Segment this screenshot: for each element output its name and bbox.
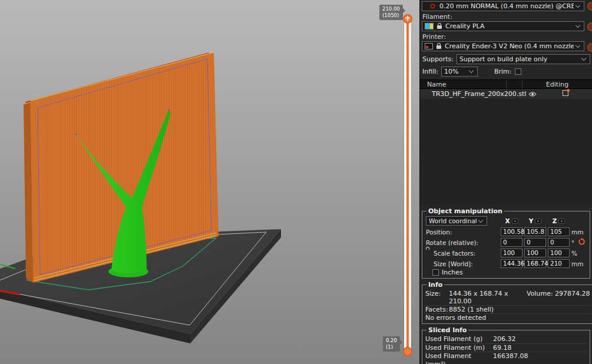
inches-label: Inches <box>442 269 463 276</box>
editing-column-header[interactable]: Editing <box>522 81 592 88</box>
infill-value: 10% <box>444 68 467 75</box>
used-filament-mm3-label: Used Filament (mm³) <box>425 352 493 364</box>
info-volume-value: 297874.28 <box>555 290 590 305</box>
rotate-z-field[interactable]: 0 <box>548 238 570 247</box>
used-filament-m-label: Used Filament (m) <box>425 344 493 352</box>
object-list-empty-area[interactable] <box>420 99 592 205</box>
filament-label: Filament: <box>422 13 592 21</box>
axis-z-lock-icon[interactable] <box>558 219 565 224</box>
supports-label: Supports: <box>422 55 454 63</box>
size-label: Size [World]: <box>426 260 499 267</box>
size-y-field[interactable]: 168.74 <box>524 259 546 268</box>
printer-icon <box>425 43 433 49</box>
object-list-header: Name Editing <box>420 80 592 89</box>
settings-panel: 0.20 mm NORMAL (0.4 mm nozzle) @CREALITY… <box>419 0 592 364</box>
scale-y-field[interactable]: 100 <box>524 249 546 257</box>
lock-icon <box>437 25 442 29</box>
layer-bottom-value: 0.20 <box>386 337 397 344</box>
print-settings-dropdown[interactable]: 0.20 mm NORMAL (0.4 mm nozzle) @CREALITY… <box>422 1 584 11</box>
filament-value: Creality PLA <box>445 22 574 30</box>
print-profile-value: 0.20 mm NORMAL (0.4 mm nozzle) @CREALITY… <box>439 2 574 10</box>
info-title: Info <box>426 281 444 289</box>
name-column-header[interactable]: Name <box>420 81 506 88</box>
layer-slider-bottom-tooltip: 0.20 (1) <box>383 336 400 352</box>
coordinates-value: World coordinates <box>429 217 477 224</box>
object-name: TR3D_HF_Frame_200x200.stl <box>420 90 526 98</box>
chevron-down-icon <box>576 43 580 48</box>
layer-slider-top-handle[interactable]: + <box>403 14 412 24</box>
printer-value: Creality Ender-3 V2 Neo (0.4 mm nozzle) <box>445 42 574 50</box>
info-group: Info Size: 144.36 x 168.74 x 210.00 Volu… <box>422 281 592 324</box>
size-x-field[interactable]: 144.36 <box>501 259 522 268</box>
supports-dropdown[interactable]: Support on build plate only <box>457 54 590 64</box>
edit-object-icon[interactable] <box>539 90 592 98</box>
chevron-down-icon <box>576 3 580 8</box>
uniform-scale-lock-icon[interactable] <box>424 249 429 256</box>
chevron-down-icon <box>469 68 474 73</box>
object-list-row[interactable]: TR3D_HF_Frame_200x200.stl <box>420 89 592 99</box>
inches-checkbox[interactable] <box>432 269 439 276</box>
scene-canvas <box>0 0 419 364</box>
position-x-field[interactable]: 100.58 <box>501 227 522 236</box>
position-unit: mm <box>571 229 587 236</box>
eye-icon[interactable] <box>526 89 539 99</box>
sliced-info-group: Sliced Info Used Filament (g) 206.32 Use… <box>422 326 590 364</box>
chevron-down-icon <box>576 23 580 28</box>
axis-x-lock-icon[interactable] <box>512 219 518 224</box>
printer-label: Printer: <box>422 33 592 41</box>
visibility-column-header <box>506 80 522 88</box>
used-filament-mm3-value: 166387.08 <box>493 352 528 364</box>
axis-y-lock-icon[interactable] <box>535 219 541 224</box>
rotate-label: Rotate (relative): <box>426 239 499 246</box>
rotate-x-field[interactable]: 0 <box>501 238 522 247</box>
position-z-field[interactable]: 105 <box>548 227 570 236</box>
axis-z-label: Z <box>553 217 557 224</box>
info-errors: No errors detected <box>425 314 486 322</box>
size-unit: mm <box>571 260 587 267</box>
layer-bottom-index: (1) <box>386 344 397 350</box>
layer-top-index: (1050) <box>382 12 400 19</box>
size-z-field[interactable]: 210 <box>548 259 570 268</box>
printer-dropdown[interactable]: Creality Ender-3 V2 Neo (0.4 mm nozzle) <box>422 41 584 51</box>
scale-unit: % <box>571 250 587 257</box>
supports-value: Support on build plate only <box>459 55 580 63</box>
position-y-field[interactable]: 105.8 <box>524 227 546 236</box>
object-manipulation-group: Object manipulation World coordinates X … <box>422 207 590 279</box>
scale-x-field[interactable]: 100 <box>501 249 522 257</box>
scale-label: Scale factors: <box>426 250 499 257</box>
infill-label: Infill: <box>422 68 438 75</box>
used-filament-g-label: Used Filament (g) <box>425 335 493 343</box>
used-filament-m-value: 69.18 <box>493 344 512 352</box>
rotate-y-field[interactable]: 0 <box>524 238 546 247</box>
lock-icon <box>436 45 441 49</box>
position-label: Position: <box>426 229 499 236</box>
axis-y-label: Y <box>529 217 534 224</box>
layer-slider-bottom-handle[interactable] <box>403 347 412 356</box>
layer-slider-top-tooltip: 210.00 (1050) <box>379 5 403 20</box>
axis-x-label: X <box>505 217 510 224</box>
layer-slider-range <box>406 19 409 350</box>
infill-dropdown[interactable]: 10% <box>441 67 478 77</box>
scale-z-field[interactable]: 100 <box>548 249 570 257</box>
rotate-unit: ° <box>571 239 574 246</box>
3d-viewport[interactable]: 210.00 (1050) 0.20 (1) + <box>0 0 419 364</box>
print-settings-icon <box>429 3 436 9</box>
chevron-down-icon <box>478 217 483 222</box>
info-volume-label: Volume: <box>527 290 555 305</box>
slicer-window: 210.00 (1050) 0.20 (1) + 0.20 mm NORMAL … <box>0 0 592 364</box>
brim-label: Brim: <box>494 68 512 75</box>
filament-gear-icon[interactable] <box>587 22 592 31</box>
print-settings-gear-icon[interactable] <box>587 2 592 11</box>
info-facets-value: 8852 (1 shell) <box>449 306 494 313</box>
info-size-label: Size: <box>425 290 449 305</box>
filament-color-swatch <box>425 23 434 29</box>
coordinates-dropdown[interactable]: World coordinates <box>426 216 487 226</box>
brim-checkbox[interactable] <box>515 68 521 75</box>
used-filament-g-value: 206.32 <box>493 335 516 343</box>
object-manipulation-title: Object manipulation <box>426 207 504 215</box>
chevron-down-icon <box>581 56 586 61</box>
layer-top-value: 210.00 <box>382 6 400 12</box>
reset-rotation-icon[interactable] <box>578 238 586 247</box>
filament-dropdown[interactable]: Creality PLA <box>422 21 584 31</box>
printer-gear-icon[interactable] <box>587 43 592 52</box>
